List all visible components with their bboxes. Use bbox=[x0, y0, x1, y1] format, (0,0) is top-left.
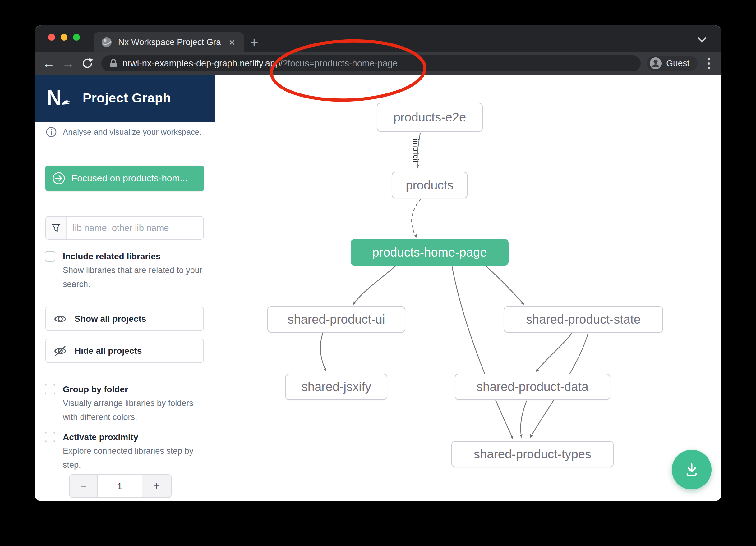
graph-node-shared-product-state[interactable]: shared-product-state bbox=[504, 306, 663, 333]
edge-home-types bbox=[452, 266, 513, 438]
sidebar-header: N Project Graph bbox=[35, 75, 215, 122]
show-all-projects-button[interactable]: Show all projects bbox=[45, 306, 204, 331]
nx-logo: N bbox=[47, 87, 73, 110]
activate-proximity-description: Explore connected libraries step by step… bbox=[63, 444, 205, 472]
graph-edges: implicit bbox=[215, 75, 721, 501]
avatar-icon bbox=[649, 57, 662, 70]
download-icon bbox=[684, 461, 700, 478]
activate-proximity-checkbox[interactable] bbox=[45, 432, 55, 442]
browser-toolbar: ← → nrwl-nx-examples-dep-graph.netlify.a… bbox=[35, 52, 721, 75]
edge-home-ui bbox=[353, 266, 395, 304]
url-path: /?focus=products-home-page bbox=[280, 58, 398, 68]
filter-icon-segment bbox=[46, 217, 67, 239]
svg-text:N: N bbox=[47, 87, 62, 109]
tab-search-chevron-down-icon[interactable] bbox=[696, 36, 708, 44]
hide-all-projects-button[interactable]: Hide all projects bbox=[45, 338, 204, 363]
include-related-label: Include related libraries bbox=[63, 250, 205, 263]
arrow-circle-right-icon bbox=[52, 172, 65, 185]
back-button[interactable]: ← bbox=[39, 57, 58, 70]
group-by-folder-block: Group by folder Visually arrange librari… bbox=[45, 383, 205, 424]
show-all-projects-label: Show all projects bbox=[75, 314, 146, 324]
include-related-checkbox[interactable] bbox=[45, 251, 55, 262]
stepper-decrement-button[interactable]: − bbox=[70, 475, 98, 497]
edge-state-data bbox=[536, 333, 572, 371]
edge-label-implicit: implicit bbox=[412, 139, 420, 163]
edge-home-state bbox=[486, 266, 524, 304]
filter-input[interactable] bbox=[67, 217, 203, 239]
graph-node-products-e2e[interactable]: products-e2e bbox=[377, 103, 483, 132]
stepper-value: 1 bbox=[98, 475, 142, 497]
stepper-increment-button[interactable]: + bbox=[142, 475, 171, 497]
eye-off-icon bbox=[54, 346, 67, 356]
funnel-icon bbox=[51, 224, 61, 232]
download-image-button[interactable] bbox=[672, 450, 712, 489]
browser-window: Nx Workspace Project Graph × + ← → bbox=[35, 25, 721, 501]
info-icon bbox=[46, 127, 57, 137]
lock-icon bbox=[109, 58, 118, 68]
edge-products-home bbox=[412, 199, 421, 237]
graph-node-shared-product-data[interactable]: shared-product-data bbox=[455, 374, 610, 400]
group-by-folder-label: Group by folder bbox=[63, 383, 205, 396]
graph-canvas[interactable]: implicit products-e2e products products-… bbox=[215, 75, 721, 501]
edge-ui-jsxify bbox=[320, 333, 326, 371]
filter-box bbox=[45, 216, 204, 240]
window-zoom-button[interactable] bbox=[73, 34, 80, 41]
tagline-row: Analyse and visualize your workspace. bbox=[46, 127, 202, 137]
activate-proximity-block: Activate proximity Explore connected lib… bbox=[45, 431, 205, 472]
include-related-description: Show libraries that are related to your … bbox=[63, 264, 205, 291]
new-tab-button[interactable]: + bbox=[250, 35, 258, 49]
tab-favicon-globe-icon bbox=[101, 37, 112, 48]
profile-label: Guest bbox=[666, 58, 689, 68]
reload-button[interactable] bbox=[78, 57, 97, 70]
reload-icon bbox=[81, 57, 94, 70]
graph-node-products[interactable]: products bbox=[392, 172, 468, 199]
screenshot-stage: Nx Workspace Project Graph × + ← → bbox=[0, 0, 756, 546]
url-bar[interactable]: nrwl-nx-examples-dep-graph.netlify.app/?… bbox=[101, 55, 641, 71]
proximity-stepper: − 1 + bbox=[69, 474, 172, 498]
tab-strip: Nx Workspace Project Graph × + bbox=[35, 25, 721, 52]
activate-proximity-label: Activate proximity bbox=[63, 431, 205, 443]
url-text: nrwl-nx-examples-dep-graph.netlify.app/?… bbox=[122, 58, 398, 69]
browser-tab[interactable]: Nx Workspace Project Graph × bbox=[94, 32, 244, 52]
graph-node-shared-product-ui[interactable]: shared-product-ui bbox=[267, 306, 405, 333]
window-minimize-button[interactable] bbox=[61, 34, 67, 41]
app-title: Project Graph bbox=[83, 91, 171, 106]
tab-close-icon[interactable]: × bbox=[228, 37, 236, 48]
window-close-button[interactable] bbox=[48, 34, 55, 41]
focused-on-label: Focused on products-hom... bbox=[71, 173, 188, 184]
profile-button[interactable]: Guest bbox=[647, 56, 698, 71]
sidebar: N Project Graph Analyse and visualize yo… bbox=[35, 75, 215, 501]
forward-button[interactable]: → bbox=[58, 57, 78, 70]
focused-on-button[interactable]: Focused on products-hom... bbox=[45, 166, 204, 191]
graph-node-shared-jsxify[interactable]: shared-jsxify bbox=[285, 374, 387, 400]
edge-data-types bbox=[521, 401, 527, 437]
hide-all-projects-label: Hide all projects bbox=[75, 346, 142, 356]
tab-title: Nx Workspace Project Graph bbox=[118, 37, 221, 47]
graph-node-shared-product-types[interactable]: shared-product-types bbox=[451, 441, 614, 467]
eye-icon bbox=[54, 314, 67, 323]
group-by-folder-checkbox[interactable] bbox=[45, 384, 55, 394]
browser-menu-button[interactable] bbox=[701, 58, 717, 69]
tagline-text: Analyse and visualize your workspace. bbox=[63, 127, 202, 137]
page-content: N Project Graph Analyse and visualize yo… bbox=[35, 75, 721, 501]
graph-node-products-home-page[interactable]: products-home-page bbox=[351, 239, 509, 266]
include-related-block: Include related libraries Show libraries… bbox=[45, 250, 205, 291]
url-domain: nrwl-nx-examples-dep-graph.netlify.app bbox=[122, 58, 280, 68]
group-by-folder-description: Visually arrange libraries by folders wi… bbox=[63, 396, 205, 424]
